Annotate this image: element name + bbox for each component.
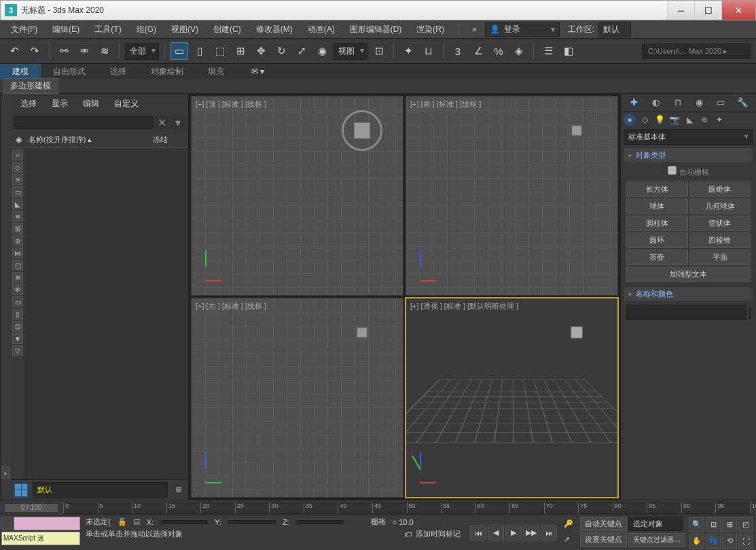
plane-button[interactable]: 平面 [689, 250, 751, 265]
motion-tab-icon[interactable]: ◉ [692, 96, 706, 109]
teapot-button[interactable]: 茶壶 [626, 250, 688, 265]
layers-icon[interactable]: ≡ [172, 484, 185, 496]
menu-file[interactable]: 文件(F) [4, 22, 44, 37]
viewport-persp-label[interactable]: [+] [透视 ] [标准 ] [默认明暗处理 ] [410, 301, 518, 311]
filter-helper-icon[interactable]: ◣ [12, 199, 23, 209]
y-coord-input[interactable] [228, 520, 276, 524]
spacewarps-category-icon[interactable]: ≋ [698, 114, 710, 126]
cone-button[interactable]: 圆锥体 [689, 182, 751, 197]
keyfilters-button[interactable]: 关键点过滤器… [628, 533, 685, 547]
redo-button[interactable]: ↷ [26, 42, 43, 60]
viewport-top[interactable]: [+] [顶 ] [标准 ] [线框 ] [191, 96, 403, 296]
hierarchy-tab-icon[interactable]: ⊓ [671, 96, 685, 109]
next-frame-button[interactable]: ▶▶ [523, 526, 539, 540]
viewport-top-label[interactable]: [+] [顶 ] [标准 ] [线框 ] [196, 99, 266, 109]
addtime-label[interactable]: 添加时间标记 [416, 529, 461, 539]
filter-frozen-icon[interactable]: ❄ [12, 272, 23, 283]
filter-camera-icon[interactable]: ▭ [12, 186, 23, 197]
visibility-column-icon[interactable]: ◉ [12, 135, 26, 144]
filter-misc4-icon[interactable]: ▼ [12, 333, 23, 344]
zoom-region-button[interactable]: ◰ [738, 517, 753, 532]
filter-container-icon[interactable]: ▢ [12, 260, 23, 271]
refcoord-combo[interactable]: 视图 [334, 43, 367, 60]
viewcube-icon[interactable] [562, 318, 591, 347]
close-button[interactable]: ✕ [721, 1, 755, 20]
object-name-input[interactable] [626, 305, 746, 320]
lights-category-icon[interactable]: 💡 [653, 114, 666, 126]
time-slider[interactable]: 0 / 100 [4, 503, 58, 513]
isolate-icon[interactable]: ⊡ [134, 517, 140, 526]
filter-hidden-icon[interactable]: 👁 [12, 284, 23, 295]
pivot-button[interactable]: ⊡ [370, 42, 388, 60]
key-mode-button[interactable]: 🔑 [564, 519, 579, 528]
zoom-extents-button[interactable]: ⊞ [722, 517, 737, 532]
filter-light-icon[interactable]: ☀ [12, 174, 23, 185]
viewport-front[interactable]: [+] [前 ] [标准 ] [线框 ] [406, 96, 618, 296]
filter-shape-icon[interactable]: ◇ [12, 162, 23, 173]
menu-animation[interactable]: 动画(A) [301, 22, 342, 37]
bind-button[interactable]: ≋ [96, 42, 113, 60]
name-column-header[interactable]: 名称(按升序排序) ▴ [26, 135, 153, 145]
snap-toggle-button[interactable]: 3 [449, 42, 467, 60]
named-selset-button[interactable]: ☰ [539, 42, 557, 60]
placement-button[interactable]: ◉ [313, 42, 331, 60]
play-button[interactable]: ▶ [505, 526, 522, 540]
sidebar-expand-button[interactable]: ▸ [1, 466, 10, 479]
viewport-layout-button[interactable] [14, 483, 29, 498]
namecolor-rollout-header[interactable]: 名称和颜色 [624, 286, 753, 302]
utilities-tab-icon[interactable]: 🔧 [736, 96, 749, 109]
torus-button[interactable]: 圆环 [626, 233, 688, 248]
filter-misc5-icon[interactable]: ▽ [12, 345, 23, 356]
move-button[interactable]: ✥ [252, 42, 270, 60]
ribbon-tab-modeling[interactable]: 建模 [0, 64, 41, 80]
explorer-search-input[interactable] [14, 116, 153, 129]
rotate-button[interactable]: ↻ [272, 42, 290, 60]
setkey-button[interactable]: 设置关键点 [580, 532, 627, 547]
viewcube-icon[interactable] [564, 118, 589, 143]
layer-combo[interactable]: 默认 [33, 482, 168, 498]
shapes-category-icon[interactable]: ◇ [638, 114, 651, 126]
zoom-button[interactable]: 🔍 [689, 517, 704, 532]
systems-category-icon[interactable]: ✦ [713, 114, 725, 126]
angle-snap-button[interactable]: ∠ [469, 42, 487, 60]
percent-snap-button[interactable]: % [490, 42, 507, 60]
explorer-object-list[interactable] [24, 148, 188, 479]
minimize-button[interactable]: ─ [667, 1, 694, 20]
orbit-button[interactable]: ⟲ [722, 534, 737, 549]
prev-frame-button[interactable]: ◀ [488, 526, 504, 540]
geometry-category-icon[interactable]: ● [624, 114, 636, 126]
timetag-icon[interactable]: 🏷 [404, 530, 412, 538]
project-path-display[interactable]: C:\Users\… Max 2020 ▸ [642, 44, 751, 59]
menu-help-icon[interactable]: » [465, 22, 484, 36]
z-coord-input[interactable] [296, 520, 344, 524]
login-widget[interactable]: 👤 登录 ▾ [485, 22, 560, 37]
helpers-category-icon[interactable]: ◣ [683, 114, 696, 126]
menu-grapheditors[interactable]: 图形编辑器(D) [343, 22, 409, 37]
scale-button[interactable]: ⤢ [293, 42, 310, 60]
tube-button[interactable]: 管状体 [689, 216, 751, 231]
textplus-button[interactable]: 加强型文本 [626, 267, 751, 282]
viewport-left[interactable]: [+] [左 ] [标准 ] [线框 ] [191, 298, 403, 498]
goto-start-button[interactable]: ⏮ [470, 526, 486, 540]
filter-misc2-icon[interactable]: ▯ [12, 309, 23, 320]
maxscript-listener[interactable]: MAXScript 迷 [1, 532, 80, 545]
filter-bone-icon[interactable]: ⋈ [12, 247, 23, 258]
menu-group[interactable]: 组(G) [130, 22, 163, 37]
pan-button[interactable]: ✋ [689, 534, 704, 549]
sphere-button[interactable]: 球体 [626, 199, 688, 214]
workspace-combo[interactable]: 默认 [598, 22, 631, 37]
window-crossing-button[interactable]: ⊞ [232, 42, 249, 60]
box-button[interactable]: 长方体 [626, 182, 688, 197]
frozen-column-header[interactable]: 冻结 [153, 135, 187, 145]
filter-geometry-icon[interactable]: ○ [12, 150, 23, 160]
geosphere-button[interactable]: 几何球体 [689, 199, 751, 214]
cylinder-button[interactable]: 圆柱体 [626, 216, 688, 231]
menu-edit[interactable]: 编辑(E) [46, 22, 86, 37]
object-color-swatch[interactable] [749, 307, 751, 319]
prompt-collapse-button[interactable] [1, 517, 12, 530]
viewcube-icon[interactable] [350, 320, 374, 345]
ribbon-tab-objectpaint[interactable]: 对象绘制 [139, 64, 196, 80]
setkey-icon-button[interactable]: ↗ [564, 535, 579, 544]
autogrid-checkbox[interactable]: 自动栅格 [624, 163, 753, 180]
objecttype-rollout-header[interactable]: 对象类型 [624, 148, 753, 163]
